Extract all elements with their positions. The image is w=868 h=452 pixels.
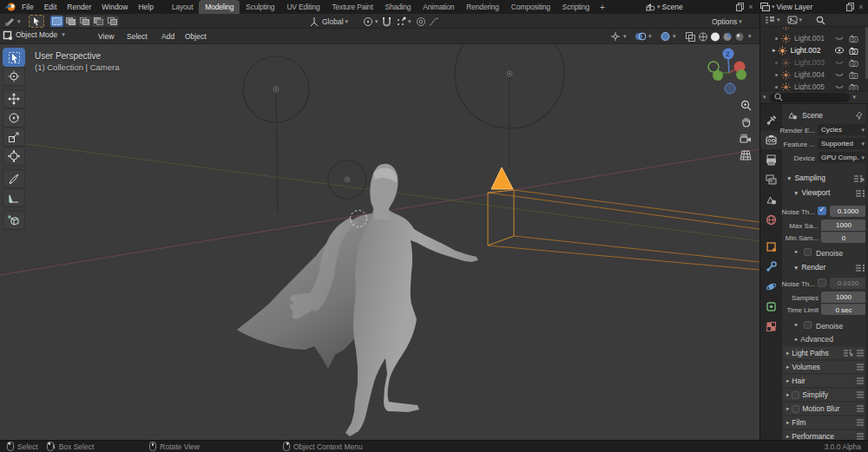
tab-constraints[interactable] bbox=[760, 297, 782, 316]
panel-denoise-render[interactable]: ▸ bbox=[795, 321, 800, 328]
shading-wireframe-icon[interactable] bbox=[698, 32, 708, 42]
tool-cursor[interactable] bbox=[3, 67, 25, 86]
tool-transform[interactable] bbox=[3, 147, 25, 166]
pivot-point[interactable]: ▾ bbox=[363, 16, 380, 27]
motion-blur-checkbox[interactable] bbox=[792, 405, 799, 413]
zoom-icon[interactable] bbox=[737, 97, 754, 113]
tab-physics[interactable] bbox=[760, 277, 782, 296]
overlays-dropdown[interactable]: ▾ bbox=[635, 31, 654, 42]
panel-light-paths[interactable]: ▸Light Paths bbox=[783, 347, 867, 359]
gizmo-x-minus[interactable] bbox=[736, 69, 746, 80]
panel-viewport[interactable]: ▼Viewport bbox=[793, 188, 830, 197]
tab-view-layer[interactable] bbox=[760, 170, 782, 189]
tab-world[interactable] bbox=[760, 210, 782, 229]
tab-scripting[interactable]: Scripting bbox=[556, 0, 595, 14]
tool-dropdown[interactable]: ▾ bbox=[4, 16, 23, 27]
outliner-row[interactable]: Light.001 bbox=[760, 32, 868, 44]
menu-edit[interactable]: Edit bbox=[39, 0, 62, 14]
outliner-row-selected[interactable]: ▸ Light.002 bbox=[760, 44, 868, 56]
menu-view[interactable]: View bbox=[98, 29, 114, 44]
navigation-gizmo[interactable]: Z bbox=[708, 49, 746, 95]
tab-compositing[interactable]: Compositing bbox=[505, 0, 556, 14]
unlink-scene-button[interactable]: × bbox=[746, 3, 756, 12]
noise-threshold-checkbox[interactable] bbox=[818, 278, 826, 287]
select-mode-intersect[interactable] bbox=[106, 16, 119, 27]
preset-icon[interactable] bbox=[855, 264, 865, 272]
preset-icon[interactable] bbox=[853, 174, 865, 183]
panel-motion-blur[interactable]: ▸Motion Blur bbox=[783, 403, 867, 415]
menu-object[interactable]: Object bbox=[185, 29, 207, 44]
tab-tool[interactable] bbox=[760, 110, 782, 129]
camera-frustum[interactable] bbox=[488, 190, 760, 270]
camera-view-icon[interactable] bbox=[737, 131, 754, 147]
tab-sculpting[interactable]: Sculpting bbox=[240, 0, 280, 14]
menu-select[interactable]: Select bbox=[127, 29, 148, 44]
tab-render[interactable] bbox=[760, 130, 782, 149]
hide-eye-icon[interactable] bbox=[835, 35, 844, 42]
tab-animation[interactable]: Animation bbox=[417, 0, 460, 14]
toggle-xray-icon[interactable] bbox=[686, 32, 696, 42]
outliner-row-partial[interactable] bbox=[760, 27, 868, 31]
light-empty-1[interactable] bbox=[243, 56, 309, 213]
render-visibility-icon[interactable] bbox=[849, 59, 858, 67]
search-input[interactable] bbox=[770, 93, 850, 102]
viewport-3d[interactable]: Z User Perspective (1) Collection | Came… bbox=[0, 44, 760, 440]
active-tool-button[interactable] bbox=[29, 15, 44, 28]
panel-volumes[interactable]: ▸Volumes bbox=[783, 361, 867, 373]
hide-eye-icon[interactable] bbox=[835, 59, 844, 66]
tool-move[interactable] bbox=[3, 89, 25, 108]
tab-modifiers[interactable] bbox=[760, 257, 782, 276]
max-samples-value[interactable]: 1000 bbox=[821, 219, 866, 231]
tool-add-cube[interactable] bbox=[3, 211, 25, 230]
tab-modeling[interactable]: Modeling bbox=[199, 0, 240, 14]
tool-annotate[interactable] bbox=[3, 169, 25, 188]
panel-denoise-viewport[interactable]: ▸ bbox=[795, 248, 800, 255]
hide-eye-icon[interactable] bbox=[835, 83, 844, 90]
remove-view-layer-button[interactable]: × bbox=[856, 3, 866, 12]
shading-material-icon[interactable] bbox=[722, 32, 733, 42]
denoise-checkbox[interactable] bbox=[804, 321, 812, 329]
light-empty-2[interactable] bbox=[455, 44, 564, 167]
denoise-checkbox[interactable] bbox=[804, 248, 812, 256]
falloff-curve[interactable] bbox=[429, 16, 439, 27]
transform-orientation[interactable]: Global ▾ bbox=[309, 16, 350, 27]
proportional-editing[interactable] bbox=[416, 16, 426, 27]
snap-target[interactable]: ▾ bbox=[395, 16, 413, 27]
render-visibility-icon[interactable] bbox=[849, 47, 858, 55]
gizmos-dropdown[interactable]: ▾ bbox=[610, 31, 628, 42]
panel-film[interactable]: ▸Film bbox=[783, 416, 867, 429]
simplify-checkbox[interactable] bbox=[792, 391, 799, 399]
shading-rendered-icon[interactable] bbox=[734, 32, 745, 42]
new-view-layer-button[interactable] bbox=[845, 3, 855, 12]
pan-hand-icon[interactable] bbox=[737, 114, 754, 129]
expand-arrow-icon[interactable]: ▸ bbox=[773, 47, 776, 54]
tool-scale[interactable] bbox=[3, 128, 25, 147]
outliner-display-mode[interactable]: ▾ bbox=[765, 16, 782, 24]
tab-texture-paint[interactable]: Texture Paint bbox=[326, 0, 379, 14]
gizmo-y-plus[interactable] bbox=[713, 70, 723, 81]
select-mode-extend[interactable] bbox=[64, 16, 77, 27]
select-mode-set[interactable] bbox=[50, 16, 63, 27]
chevron-down-icon[interactable]: ▾ bbox=[853, 94, 857, 101]
panel-hair[interactable]: ▸Hair bbox=[783, 375, 867, 387]
outliner-row[interactable]: Light.003 bbox=[760, 56, 868, 69]
tab-texture[interactable] bbox=[760, 317, 782, 336]
light-empty-3[interactable] bbox=[328, 160, 366, 199]
tool-rotate[interactable] bbox=[3, 108, 25, 128]
noise-threshold-value[interactable]: 0.0100 bbox=[830, 278, 866, 289]
samples-value[interactable]: 1000 bbox=[821, 292, 866, 303]
panel-render[interactable]: ▼Render bbox=[793, 263, 825, 272]
snap-toggle[interactable] bbox=[382, 16, 391, 27]
hide-eye-icon[interactable] bbox=[835, 71, 844, 78]
menu-add[interactable]: Add bbox=[161, 29, 174, 44]
menu-window[interactable]: Window bbox=[96, 0, 133, 14]
feature-set-select[interactable]: Supported▾ bbox=[818, 138, 866, 149]
preset-icon[interactable] bbox=[855, 189, 865, 198]
outliner-filter[interactable]: ▾ bbox=[787, 16, 805, 24]
tab-shading[interactable]: Shading bbox=[379, 0, 418, 14]
select-mode-subtract[interactable] bbox=[78, 16, 91, 27]
tab-object[interactable] bbox=[760, 237, 782, 256]
tab-output[interactable] bbox=[760, 150, 782, 169]
menu-help[interactable]: Help bbox=[133, 0, 158, 14]
menu-file[interactable]: File bbox=[16, 0, 39, 14]
